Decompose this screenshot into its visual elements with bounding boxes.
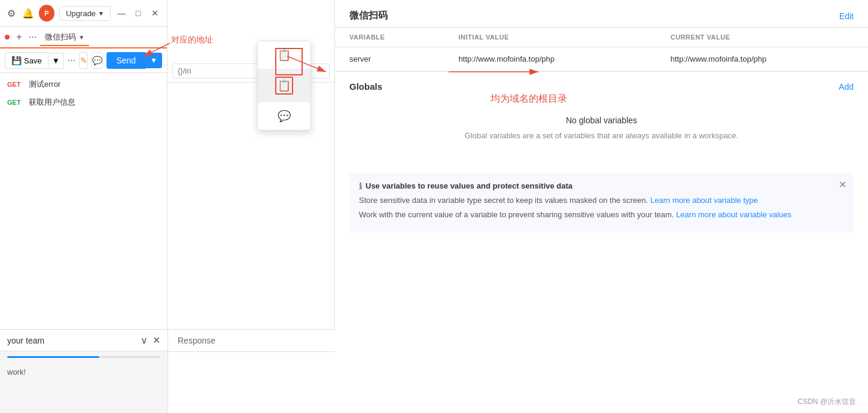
send-button[interactable]: Send [106,52,145,69]
send-section: Send ▼ [106,52,162,69]
variables-header: 微信扫码 Edit [335,0,868,28]
info-icon: ℹ [359,181,362,191]
env-panel-item-2[interactable]: 📋 [258,69,310,102]
env-panel-item-1[interactable]: 📋 [258,41,310,69]
more-tabs-button[interactable]: ··· [29,32,36,42]
globals-header: Globals Add [349,81,854,92]
response-section: Response [167,329,335,413]
info-link-1[interactable]: Learn more about variable type [650,196,758,205]
close-button[interactable]: ✕ [149,7,161,19]
minimize-button[interactable]: — [115,7,127,19]
bottom-controls: ∨ ✕ [141,335,160,346]
list-item[interactable]: GET 测试error [0,75,167,93]
info-banner-title: ℹ Use variables to reuse values and prot… [359,181,844,191]
add-tab-button[interactable]: + [13,31,25,43]
bottom-panel: your team ∨ ✕ work! [0,329,167,413]
cell-initial-value: http://www.mofoinfa.top/php [444,47,656,71]
method-badge: GET [7,81,24,88]
request-name: 获取用户信息 [29,97,75,108]
edit-link[interactable]: Edit [839,11,854,21]
gear-icon[interactable]: ⚙ [6,7,17,19]
watermark: CSDN @沂水弦音 [797,397,856,407]
request-name: 测试error [29,79,60,90]
col-current-value: CURRENT VALUE [656,28,868,47]
collapse-button[interactable]: ∨ [141,335,148,346]
bottom-body: work! [0,363,167,381]
globals-section: Globals Add No global variables Global v… [335,71,868,163]
env-panel: 📋 📋 💬 [257,41,311,130]
maximize-button[interactable]: □ [132,7,144,19]
comment-icon[interactable]: 💬 [92,52,103,69]
bottom-title: your team [7,336,44,345]
save-button[interactable]: 💾 Save [5,52,48,69]
info-banner-text-2: Work with the current value of a variabl… [359,209,844,221]
info-banner: ℹ Use variables to reuse values and prot… [349,173,854,233]
no-globals-desc: Global variables are a set of variables … [349,130,854,142]
variables-title: 微信扫码 [349,10,388,22]
window-controls: — □ ✕ [115,7,161,19]
add-globals-link[interactable]: Add [839,82,854,92]
send-arrow-button[interactable]: ▼ [145,53,162,68]
request-list: GET 测试error GET 获取用户信息 [0,73,167,362]
no-globals-title: No global variables [349,116,854,125]
right-panel: 微信扫码 Edit VARIABLE INITIAL VALUE CURRENT… [335,0,868,413]
bottom-header: your team ∨ ✕ [0,330,167,351]
progress-bar [7,356,160,358]
cell-variable: server [335,47,444,71]
tabs-bar: + ··· 微信扫码 ▼ [0,27,167,48]
method-badge: GET [7,99,24,106]
col-variable: VARIABLE [335,28,444,47]
top-bar: ⚙ 🔔 P Upgrade ▼ — □ ✕ [0,0,167,27]
active-tab[interactable]: 微信扫码 ▼ [40,29,89,46]
more-toolbar-button[interactable]: ··· [68,55,75,66]
red-dot [5,35,10,40]
save-dropdown-button[interactable]: ▼ [48,53,64,69]
toolbar: 💾 Save ▼ ··· ✎ 💬 Send ▼ [0,48,167,73]
list-item[interactable]: GET 获取用户信息 [0,93,167,111]
table-row: server http://www.mofoinfa.top/php http:… [335,47,868,71]
cell-current-value: http://www.mofoinfa.top/php [656,47,868,71]
bell-icon[interactable]: 🔔 [22,7,34,19]
col-initial-value: INITIAL VALUE [444,28,656,47]
env-panel-item-3[interactable]: 💬 [258,102,310,130]
edit-icon[interactable]: ✎ [79,52,88,69]
no-globals: No global variables Global variables are… [349,104,854,154]
close-panel-button[interactable]: ✕ [153,335,160,346]
info-link-2[interactable]: Learn more about variable values [676,210,791,219]
globals-title: Globals [349,81,382,92]
logo-icon: P [39,5,54,22]
upgrade-button[interactable]: Upgrade ▼ [59,6,111,21]
close-banner-button[interactable]: ✕ [839,179,846,190]
info-banner-text-1: Store sensitive data in variable type se… [359,195,844,207]
response-header: Response [168,330,335,352]
progress-fill [7,356,99,358]
variables-table: VARIABLE INITIAL VALUE CURRENT VALUE ser… [335,28,868,71]
